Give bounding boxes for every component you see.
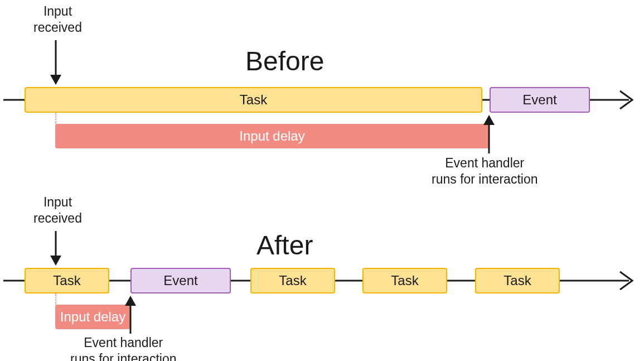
after-handler-caption: Event handler runs for interaction	[70, 335, 176, 361]
before-title: Before	[245, 45, 324, 78]
after-input-received-label: Input received	[33, 194, 82, 227]
after-task-label-4: Task	[503, 273, 531, 288]
after-input-delay-box: Input delay	[55, 305, 130, 329]
after-dotted-connector	[55, 293, 56, 305]
after-event-box: Event	[130, 268, 231, 293]
after-task-box-2: Task	[250, 268, 335, 293]
before-handler-caption: Event handler runs for interaction	[432, 155, 538, 187]
diagram: { "before": { "title": "Before", "input_…	[0, 0, 644, 361]
after-task-box-4: Task	[475, 268, 560, 293]
before-dotted-connector	[55, 113, 56, 124]
after-input-delay-label: Input delay	[60, 309, 125, 325]
after-input-arrow-icon	[50, 231, 61, 266]
after-task-box-1: Task	[25, 268, 109, 293]
before-input-arrow-icon	[50, 40, 61, 85]
after-title: After	[256, 229, 313, 262]
after-task-label-2: Task	[279, 273, 306, 288]
before-input-delay-box: Input delay	[55, 124, 489, 148]
before-input-received-label: Input received	[33, 3, 82, 36]
before-event-label: Event	[522, 92, 556, 108]
after-task-label-1: Task	[53, 273, 80, 288]
after-event-label: Event	[163, 273, 197, 288]
before-task-box: Task	[25, 87, 482, 113]
before-task-label: Task	[240, 92, 267, 108]
before-input-delay-label: Input delay	[239, 128, 304, 144]
after-task-label-3: Task	[391, 273, 418, 288]
svg-marker-1	[50, 75, 61, 85]
before-event-box: Event	[490, 87, 590, 113]
after-task-box-3: Task	[362, 268, 447, 293]
svg-marker-8	[50, 256, 61, 266]
